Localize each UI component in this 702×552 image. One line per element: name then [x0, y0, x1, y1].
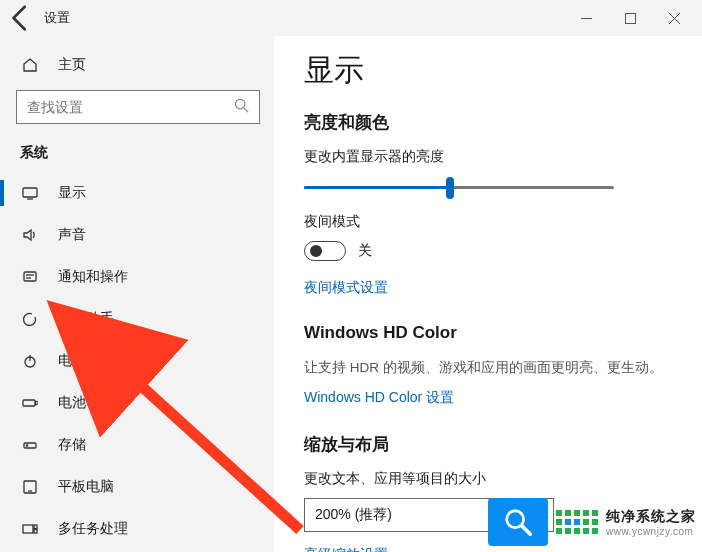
advanced-scale-link[interactable]: 高级缩放设置: [304, 546, 682, 552]
watermark-text-col: 纯净系统之家 www.ycwnjzy.com: [606, 508, 696, 537]
svg-point-14: [26, 445, 27, 446]
home-icon: [20, 57, 40, 73]
svg-rect-11: [23, 400, 35, 406]
battery-icon: [20, 395, 40, 411]
sidebar-item-label: 多任务处理: [58, 520, 128, 538]
brightness-heading: 亮度和颜色: [304, 111, 682, 134]
svg-rect-1: [625, 13, 635, 23]
search-icon: [234, 98, 249, 116]
app-body: 主页 系统 显示 声音: [0, 36, 702, 552]
sidebar-home-label: 主页: [58, 56, 86, 74]
watermark-brand: 纯净系统之家: [606, 508, 696, 526]
page-title: 显示: [304, 50, 682, 91]
window-controls: [564, 3, 696, 33]
scale-heading: 缩放与布局: [304, 433, 682, 456]
svg-rect-12: [36, 402, 38, 405]
search-input[interactable]: [27, 99, 234, 115]
sidebar-item-notifications[interactable]: 通知和操作: [0, 256, 274, 298]
sidebar: 主页 系统 显示 声音: [0, 36, 274, 552]
sidebar-item-display[interactable]: 显示: [0, 172, 274, 214]
sidebar-item-label: 显示: [58, 184, 86, 202]
toggle-knob: [310, 245, 322, 257]
sidebar-item-focus[interactable]: 专注助手: [0, 298, 274, 340]
svg-rect-19: [34, 530, 37, 534]
svg-line-22: [522, 526, 530, 534]
watermark-mag-icon: [488, 498, 548, 546]
svg-point-2: [235, 99, 244, 108]
toggle-state-label: 关: [358, 242, 372, 260]
titlebar: 设置: [0, 0, 702, 36]
brightness-slider[interactable]: [304, 186, 614, 189]
svg-line-3: [244, 108, 248, 112]
sidebar-item-label: 平板电脑: [58, 478, 114, 496]
sidebar-item-multitask[interactable]: 多任务处理: [0, 508, 274, 550]
minimize-button[interactable]: [564, 3, 608, 33]
brightness-slider-label: 更改内置显示器的亮度: [304, 148, 682, 166]
svg-rect-4: [23, 188, 37, 197]
sidebar-item-battery[interactable]: 电池: [0, 382, 274, 424]
sidebar-item-label: 专注助手: [58, 310, 114, 328]
sidebar-item-label: 声音: [58, 226, 86, 244]
watermark-squares-icon: [556, 510, 598, 534]
slider-thumb[interactable]: [446, 177, 454, 199]
watermark: 纯净系统之家 www.ycwnjzy.com: [488, 498, 696, 546]
focus-icon: [20, 311, 40, 327]
storage-icon: [20, 437, 40, 453]
svg-rect-18: [34, 525, 37, 529]
watermark-url: www.ycwnjzy.com: [606, 526, 693, 537]
night-mode-toggle-row: 关: [304, 241, 682, 261]
scale-label: 更改文本、应用等项目的大小: [304, 470, 682, 488]
hdr-desc: 让支持 HDR 的视频、游戏和应用的画面更明亮、更生动。: [304, 357, 682, 379]
sidebar-nav: 显示 声音 通知和操作 专注助手: [0, 172, 274, 550]
sidebar-item-tablet[interactable]: 平板电脑: [0, 466, 274, 508]
night-mode-toggle[interactable]: [304, 241, 346, 261]
sidebar-item-label: 存储: [58, 436, 86, 454]
scale-select-value: 200% (推荐): [315, 506, 392, 524]
back-button[interactable]: [6, 3, 36, 33]
sidebar-item-label: 电源和睡眠: [58, 352, 128, 370]
sound-icon: [20, 227, 40, 243]
content-pane: 显示 亮度和颜色 更改内置显示器的亮度 夜间模式 关 夜间模式设置 Window…: [274, 36, 702, 552]
app-title: 设置: [44, 9, 70, 27]
display-icon: [20, 185, 40, 201]
close-button[interactable]: [652, 3, 696, 33]
multitask-icon: [20, 521, 40, 537]
sidebar-category: 系统: [0, 138, 274, 172]
power-icon: [20, 353, 40, 369]
tablet-icon: [20, 479, 40, 495]
hdr-link[interactable]: Windows HD Color 设置: [304, 389, 682, 407]
svg-rect-17: [23, 525, 33, 533]
notification-icon: [20, 269, 40, 285]
sidebar-item-label: 电池: [58, 394, 86, 412]
hdr-heading: Windows HD Color: [304, 323, 682, 343]
sidebar-item-sound[interactable]: 声音: [0, 214, 274, 256]
svg-rect-6: [24, 272, 36, 281]
maximize-button[interactable]: [608, 3, 652, 33]
night-mode-settings-link[interactable]: 夜间模式设置: [304, 279, 682, 297]
search-container: [0, 84, 274, 138]
sidebar-item-power[interactable]: 电源和睡眠: [0, 340, 274, 382]
sidebar-home[interactable]: 主页: [0, 46, 274, 84]
sidebar-item-storage[interactable]: 存储: [0, 424, 274, 466]
search-box[interactable]: [16, 90, 260, 124]
night-mode-label: 夜间模式: [304, 213, 682, 231]
sidebar-item-label: 通知和操作: [58, 268, 128, 286]
